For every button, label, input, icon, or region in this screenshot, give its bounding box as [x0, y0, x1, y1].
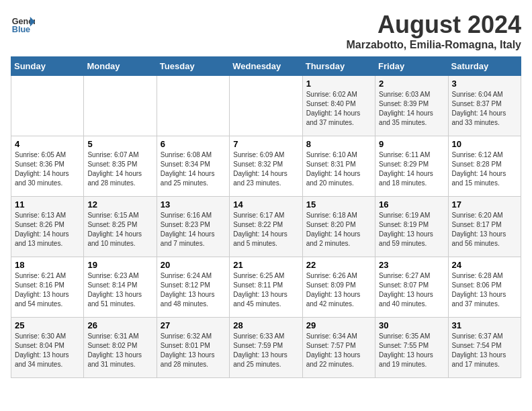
day-info: Sunrise: 6:12 AM Sunset: 8:28 PM Dayligh…	[452, 150, 517, 188]
day-number: 11	[15, 199, 80, 210]
weekday-header-thursday: Thursday	[302, 57, 375, 76]
calendar-week-row: 11Sunrise: 6:13 AM Sunset: 8:26 PM Dayli…	[11, 197, 521, 257]
calendar-cell: 29Sunrise: 6:34 AM Sunset: 7:57 PM Dayli…	[302, 318, 375, 378]
calendar-cell: 3Sunrise: 6:04 AM Sunset: 8:37 PM Daylig…	[448, 76, 521, 136]
calendar-cell	[157, 76, 229, 136]
day-info: Sunrise: 6:07 AM Sunset: 8:35 PM Dayligh…	[87, 150, 152, 188]
day-number: 26	[87, 320, 152, 330]
day-info: Sunrise: 6:31 AM Sunset: 8:02 PM Dayligh…	[87, 332, 152, 369]
calendar-week-row: 18Sunrise: 6:21 AM Sunset: 8:16 PM Dayli…	[11, 257, 521, 318]
day-number: 8	[306, 139, 371, 149]
calendar-cell: 30Sunrise: 6:35 AM Sunset: 7:55 PM Dayli…	[375, 318, 448, 378]
day-number: 14	[233, 199, 298, 210]
day-number: 30	[379, 320, 444, 330]
svg-text:Blue: Blue	[12, 25, 30, 34]
day-info: Sunrise: 6:25 AM Sunset: 8:11 PM Dayligh…	[233, 271, 298, 309]
day-info: Sunrise: 6:19 AM Sunset: 8:19 PM Dayligh…	[379, 211, 444, 248]
day-info: Sunrise: 6:27 AM Sunset: 8:07 PM Dayligh…	[379, 271, 444, 309]
day-info: Sunrise: 6:03 AM Sunset: 8:39 PM Dayligh…	[379, 90, 444, 128]
day-number: 17	[452, 199, 517, 210]
weekday-header-friday: Friday	[375, 57, 448, 76]
calendar-cell: 17Sunrise: 6:20 AM Sunset: 8:17 PM Dayli…	[448, 197, 521, 257]
day-number: 31	[452, 320, 517, 330]
calendar-week-row: 1Sunrise: 6:02 AM Sunset: 8:40 PM Daylig…	[11, 76, 521, 136]
calendar-cell	[230, 76, 302, 136]
day-info: Sunrise: 6:09 AM Sunset: 8:32 PM Dayligh…	[233, 150, 298, 188]
calendar-cell: 16Sunrise: 6:19 AM Sunset: 8:19 PM Dayli…	[375, 197, 448, 257]
day-number: 23	[379, 260, 444, 270]
day-info: Sunrise: 6:32 AM Sunset: 8:01 PM Dayligh…	[161, 332, 226, 369]
day-info: Sunrise: 6:04 AM Sunset: 8:37 PM Dayligh…	[452, 90, 517, 128]
calendar-cell: 9Sunrise: 6:11 AM Sunset: 8:29 PM Daylig…	[375, 136, 448, 197]
day-number: 24	[452, 260, 517, 270]
calendar-cell: 26Sunrise: 6:31 AM Sunset: 8:02 PM Dayli…	[84, 318, 157, 378]
title-area: August 2024 Marzabotto, Emilia-Romagna, …	[347, 11, 521, 51]
calendar-cell: 21Sunrise: 6:25 AM Sunset: 8:11 PM Dayli…	[230, 257, 302, 318]
day-info: Sunrise: 6:05 AM Sunset: 8:36 PM Dayligh…	[15, 150, 80, 188]
calendar-cell: 28Sunrise: 6:33 AM Sunset: 7:59 PM Dayli…	[230, 318, 302, 378]
day-number: 10	[452, 139, 517, 149]
weekday-header-row: SundayMondayTuesdayWednesdayThursdayFrid…	[11, 57, 521, 76]
day-number: 28	[233, 320, 298, 330]
day-number: 3	[452, 79, 517, 89]
day-info: Sunrise: 6:02 AM Sunset: 8:40 PM Dayligh…	[306, 90, 371, 128]
calendar-table: SundayMondayTuesdayWednesdayThursdayFrid…	[11, 56, 521, 378]
calendar-cell: 11Sunrise: 6:13 AM Sunset: 8:26 PM Dayli…	[11, 197, 84, 257]
day-number: 9	[379, 139, 444, 149]
page-title: August 2024	[347, 11, 521, 39]
day-number: 18	[15, 260, 80, 270]
day-number: 6	[161, 139, 226, 149]
day-number: 7	[233, 139, 298, 149]
calendar-cell: 25Sunrise: 6:30 AM Sunset: 8:04 PM Dayli…	[11, 318, 84, 378]
day-info: Sunrise: 6:37 AM Sunset: 7:54 PM Dayligh…	[452, 332, 517, 369]
calendar-cell: 18Sunrise: 6:21 AM Sunset: 8:16 PM Dayli…	[11, 257, 84, 318]
header: General Blue August 2024 Marzabotto, Emi…	[11, 11, 521, 51]
calendar-cell	[84, 76, 157, 136]
calendar-cell: 27Sunrise: 6:32 AM Sunset: 8:01 PM Dayli…	[157, 318, 229, 378]
day-number: 27	[161, 320, 226, 330]
day-number: 4	[15, 139, 80, 149]
day-info: Sunrise: 6:26 AM Sunset: 8:09 PM Dayligh…	[306, 271, 371, 309]
day-info: Sunrise: 6:30 AM Sunset: 8:04 PM Dayligh…	[15, 332, 80, 369]
calendar-cell: 19Sunrise: 6:23 AM Sunset: 8:14 PM Dayli…	[84, 257, 157, 318]
day-number: 13	[161, 199, 226, 210]
calendar-cell: 15Sunrise: 6:18 AM Sunset: 8:20 PM Dayli…	[302, 197, 375, 257]
day-number: 25	[15, 320, 80, 330]
calendar-cell: 12Sunrise: 6:15 AM Sunset: 8:25 PM Dayli…	[84, 197, 157, 257]
calendar-cell: 10Sunrise: 6:12 AM Sunset: 8:28 PM Dayli…	[448, 136, 521, 197]
calendar-cell: 5Sunrise: 6:07 AM Sunset: 8:35 PM Daylig…	[84, 136, 157, 197]
day-number: 2	[379, 79, 444, 89]
calendar-cell: 8Sunrise: 6:10 AM Sunset: 8:31 PM Daylig…	[302, 136, 375, 197]
calendar-cell: 7Sunrise: 6:09 AM Sunset: 8:32 PM Daylig…	[230, 136, 302, 197]
day-info: Sunrise: 6:17 AM Sunset: 8:22 PM Dayligh…	[233, 211, 298, 248]
calendar-cell: 20Sunrise: 6:24 AM Sunset: 8:12 PM Dayli…	[157, 257, 229, 318]
day-info: Sunrise: 6:28 AM Sunset: 8:06 PM Dayligh…	[452, 271, 517, 309]
day-info: Sunrise: 6:21 AM Sunset: 8:16 PM Dayligh…	[15, 271, 80, 309]
day-number: 22	[306, 260, 371, 270]
calendar-cell: 4Sunrise: 6:05 AM Sunset: 8:36 PM Daylig…	[11, 136, 84, 197]
day-info: Sunrise: 6:15 AM Sunset: 8:25 PM Dayligh…	[87, 211, 152, 248]
page-subtitle: Marzabotto, Emilia-Romagna, Italy	[347, 39, 521, 51]
day-info: Sunrise: 6:10 AM Sunset: 8:31 PM Dayligh…	[306, 150, 371, 188]
day-info: Sunrise: 6:23 AM Sunset: 8:14 PM Dayligh…	[87, 271, 152, 309]
day-info: Sunrise: 6:20 AM Sunset: 8:17 PM Dayligh…	[452, 211, 517, 248]
calendar-cell: 24Sunrise: 6:28 AM Sunset: 8:06 PM Dayli…	[448, 257, 521, 318]
day-info: Sunrise: 6:18 AM Sunset: 8:20 PM Dayligh…	[306, 211, 371, 248]
weekday-header-tuesday: Tuesday	[157, 57, 229, 76]
day-number: 1	[306, 79, 371, 89]
calendar-cell	[11, 76, 84, 136]
day-number: 20	[161, 260, 226, 270]
calendar-week-row: 25Sunrise: 6:30 AM Sunset: 8:04 PM Dayli…	[11, 318, 521, 378]
day-info: Sunrise: 6:24 AM Sunset: 8:12 PM Dayligh…	[161, 271, 226, 309]
day-number: 16	[379, 199, 444, 210]
calendar-cell: 23Sunrise: 6:27 AM Sunset: 8:07 PM Dayli…	[375, 257, 448, 318]
day-number: 29	[306, 320, 371, 330]
day-info: Sunrise: 6:11 AM Sunset: 8:29 PM Dayligh…	[379, 150, 444, 188]
day-number: 5	[87, 139, 152, 149]
weekday-header-saturday: Saturday	[448, 57, 521, 76]
calendar-cell: 14Sunrise: 6:17 AM Sunset: 8:22 PM Dayli…	[230, 197, 302, 257]
calendar-cell: 2Sunrise: 6:03 AM Sunset: 8:39 PM Daylig…	[375, 76, 448, 136]
day-number: 19	[87, 260, 152, 270]
day-number: 21	[233, 260, 298, 270]
calendar-cell: 31Sunrise: 6:37 AM Sunset: 7:54 PM Dayli…	[448, 318, 521, 378]
